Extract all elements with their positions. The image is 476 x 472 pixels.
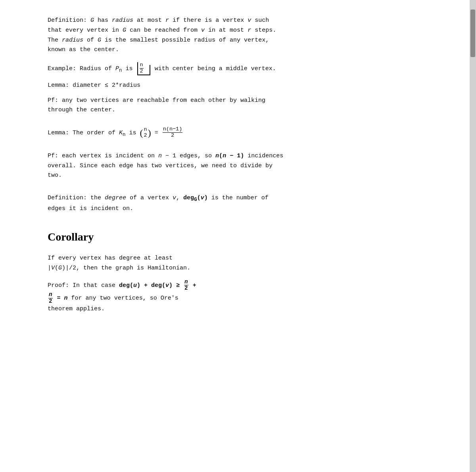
- corollary-proof-text1: Proof: In that case deg(u) + deg(v) ≥ n …: [48, 279, 446, 292]
- scrollbar[interactable]: [470, 0, 476, 472]
- definition-radius-text3: The radius of G is the smallest possible…: [48, 36, 446, 46]
- pf-kn-text3: two.: [48, 171, 446, 181]
- frac-nn1-over-2: n(n−1) 2: [163, 126, 183, 139]
- floor-n-over-2: n 2: [140, 62, 144, 75]
- definition-radius-text: Definition: G has radius at most r if th…: [48, 16, 446, 26]
- scrollbar-thumb[interactable]: [470, 10, 475, 57]
- corollary-proof-text2: n 2 = n for any two vertices, so Ore's: [48, 292, 446, 304]
- example-radius-text: Example: Radius of Pn is n 2 with center…: [48, 65, 276, 72]
- pf-kn-text1: Pf: each vertex is incident on n − 1 edg…: [48, 151, 446, 161]
- content-area: Definition: G has radius at most r if th…: [0, 0, 470, 472]
- corollary-heading: Corollary: [48, 228, 446, 246]
- pf-reachable-text2: through the center.: [48, 105, 446, 115]
- corollary-main-text1: If every vertex has degree at least: [48, 254, 446, 264]
- example-radius-block: Example: Radius of Pn is n 2 with center…: [48, 62, 446, 75]
- frac-n-over-2-first: n 2: [184, 279, 188, 292]
- lemma-diameter-block: Lemma: diameter ≤ 2*radius: [48, 81, 446, 90]
- page-container: Definition: G has radius at most r if th…: [0, 0, 476, 472]
- pf-kn-block: Pf: each vertex is incident on n − 1 edg…: [48, 151, 446, 181]
- lemma-kn-block: Lemma: The order of Kn is ( n 2 ) = n(n−…: [48, 126, 446, 139]
- lemma-diameter-text: Lemma: diameter ≤ 2*radius: [48, 82, 140, 89]
- lemma-kn-text: Lemma: The order of Kn is ( n 2 ) = n(n−…: [48, 130, 183, 136]
- corollary-main-text2: |V(G)|/2, then the graph is Hamiltonian.: [48, 264, 446, 273]
- pf-kn-text2: overall. Since each edge has two vertice…: [48, 161, 446, 171]
- binom-n2: ( n 2 ): [140, 127, 151, 139]
- pf-reachable-block: Pf: any two vertices are reachable from …: [48, 96, 446, 116]
- pf-reachable-text1: Pf: any two vertices are reachable from …: [48, 96, 446, 106]
- definition-radius-block: Definition: G has radius at most r if th…: [48, 16, 446, 55]
- definition-radius-text2: that every vertex in G can be reached fr…: [48, 26, 446, 36]
- definition-radius-text4: known as the center.: [48, 45, 446, 55]
- definition-degree-text2: edges it is incident on.: [48, 204, 446, 214]
- definition-degree-block: Definition: the degree of a vertex v, de…: [48, 193, 446, 214]
- corollary-main-block: If every vertex has degree at least |V(G…: [48, 254, 446, 273]
- corollary-proof-block: Proof: In that case deg(u) + deg(v) ≥ n …: [48, 279, 446, 314]
- frac-n-over-2-second: n 2: [48, 292, 53, 304]
- definition-degree-text1: Definition: the degree of a vertex v, de…: [48, 193, 446, 204]
- corollary-proof-text3: theorem applies.: [48, 304, 446, 314]
